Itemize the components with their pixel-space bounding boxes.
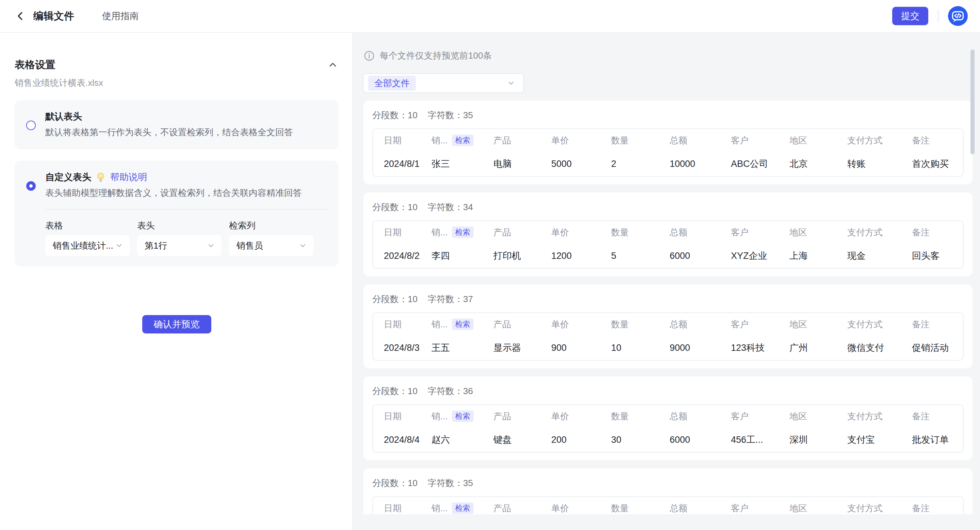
char-count-value: 35: [463, 478, 473, 488]
table-cell: 电脑: [493, 152, 551, 176]
page-title: 编辑文件: [33, 9, 74, 23]
top-bar: 编辑文件 使用指南 提交: [0, 0, 980, 33]
column-header: 备注: [912, 221, 963, 244]
column-header: 地区: [789, 129, 847, 152]
segment-count-value: 10: [408, 294, 417, 304]
header-row-select[interactable]: 第1行: [137, 235, 221, 256]
file-filter-select[interactable]: 全部文件: [363, 73, 524, 93]
table-cell: 赵六: [431, 428, 493, 452]
edit-file-page: 编辑文件 使用指南 提交 表格设置 销售业绩统计横表.xlsx: [0, 0, 980, 530]
index-column-select[interactable]: 销售员: [229, 235, 313, 256]
table-cell: 张三: [431, 152, 493, 176]
field-table: 表格 销售业绩统计...: [45, 220, 130, 256]
column-header: 单价: [551, 221, 611, 244]
chevron-down-icon: [506, 78, 516, 88]
help-link[interactable]: 帮助说明: [110, 171, 147, 183]
file-filter-tag[interactable]: 全部文件: [368, 76, 416, 91]
column-header: 总额: [670, 221, 731, 244]
confirm-preview-button[interactable]: 确认并预览: [142, 315, 211, 334]
submit-button[interactable]: 提交: [892, 7, 928, 25]
table-cell: 10: [611, 335, 670, 360]
table-data-row: 2024/8/2李四打印机120056000XYZ企业上海现金回头客: [373, 244, 963, 268]
topbar-divider: [938, 10, 939, 22]
table-settings-panel: 表格设置 销售业绩统计横表.xlsx 默认表头 默认将表格第一行作为表头，不设置…: [0, 33, 353, 530]
table-cell: 广州: [789, 335, 847, 360]
preview-panel: 每个文件仅支持预览前100条 全部文件 分段数：10 字符数：35 日期销...…: [353, 33, 980, 530]
scrollbar[interactable]: [970, 49, 975, 154]
column-header: 单价: [551, 129, 611, 152]
retrieval-badge: 检索: [452, 227, 474, 238]
table-header-row: 日期销...检索产品单价数量总额客户地区支付方式备注: [373, 129, 963, 152]
char-count-label: 字符数：: [428, 386, 463, 396]
field-index-column: 检索列 销售员: [229, 220, 313, 256]
table-cell: 支付宝: [847, 428, 912, 452]
segment-table: 日期销...检索产品单价数量总额客户地区支付方式备注 2024/8/4赵六键盘2…: [372, 404, 964, 453]
char-count-label: 字符数：: [428, 110, 463, 120]
radio-custom-header[interactable]: [26, 181, 36, 191]
segment-stats: 分段数：10 字符数：35: [372, 477, 964, 489]
column-header: 总额: [670, 313, 731, 335]
chevron-up-icon: [328, 60, 338, 70]
field-table-label: 表格: [45, 220, 130, 231]
retrieval-badge: 检索: [452, 503, 474, 514]
field-index-column-label: 检索列: [229, 220, 313, 231]
column-header: 总额: [670, 405, 731, 428]
chevron-down-icon: [298, 241, 307, 250]
chevron-left-icon: [14, 10, 27, 22]
file-name: 销售业绩统计横表.xlsx: [14, 77, 339, 89]
column-header: 客户: [731, 129, 789, 152]
table-cell: 回头客: [912, 244, 963, 268]
header-row-select-value: 第1行: [145, 240, 207, 252]
lightbulb-icon: [96, 172, 105, 182]
field-header-row-label: 表头: [137, 220, 221, 231]
table-cell: 批发订单: [912, 428, 963, 452]
segment-table: 日期销...检索产品单价数量总额客户地区支付方式备注 2024/8/2李四打印机…: [372, 220, 964, 269]
segment-count-label: 分段数：: [372, 478, 408, 488]
table-cell: 2024/8/2: [373, 244, 431, 268]
divider: [45, 209, 328, 210]
table-cell: 王五: [431, 335, 493, 360]
column-header: 数量: [611, 405, 670, 428]
table-cell: 30: [611, 428, 670, 452]
table-cell: 微信支付: [847, 335, 912, 360]
column-header: 数量: [611, 129, 670, 152]
usage-guide-link[interactable]: 使用指南: [102, 10, 139, 22]
collapse-button[interactable]: [327, 59, 339, 70]
table-select[interactable]: 销售业绩统计...: [45, 235, 130, 256]
column-header: 日期: [373, 129, 431, 152]
column-header: 客户: [731, 313, 789, 335]
chevron-down-icon: [115, 241, 124, 250]
index-column-select-value: 销售员: [237, 240, 298, 252]
char-count-label: 字符数：: [428, 202, 463, 212]
column-header: 总额: [670, 129, 731, 152]
table-cell: 5000: [551, 152, 611, 176]
table-cell: 200: [551, 428, 611, 452]
table-data-row: 2024/8/4赵六键盘200306000456工...深圳支付宝批发订单: [373, 428, 963, 452]
table-header-row: 日期销...检索产品单价数量总额客户地区支付方式备注: [373, 405, 963, 428]
table-data-row: 2024/8/1张三电脑5000210000ABC公司北京转账首次购买: [373, 152, 963, 176]
table-cell: 6000: [670, 428, 731, 452]
char-count-value: 36: [463, 386, 473, 396]
table-cell: 首次购买: [912, 152, 963, 176]
option-custom-header[interactable]: 自定义表头 帮助说明 表头辅助模型理解数据含义，设置检索列，结合关联内容精准回答…: [14, 161, 339, 267]
table-cell: 5: [611, 244, 670, 268]
segment-count-label: 分段数：: [372, 294, 408, 304]
back-button[interactable]: [14, 9, 27, 23]
table-cell: 900: [551, 335, 611, 360]
char-count-value: 37: [463, 294, 473, 304]
radio-default-header[interactable]: [26, 121, 36, 130]
table-cell: 2024/8/3: [373, 335, 431, 360]
table-cell: 456工...: [731, 428, 789, 452]
column-header: 支付方式: [847, 405, 912, 428]
column-header: 数量: [611, 313, 670, 335]
segment-count-label: 分段数：: [372, 110, 408, 120]
option-default-header[interactable]: 默认表头 默认将表格第一行作为表头，不设置检索列，结合表格全文回答: [14, 100, 339, 149]
column-header: 支付方式: [847, 129, 912, 152]
column-header: 产品: [493, 221, 551, 244]
table-cell: 9000: [670, 335, 731, 360]
bottom-mask: [354, 514, 980, 530]
preview-notice-text: 每个文件仅支持预览前100条: [380, 50, 492, 62]
app-logo-icon[interactable]: [948, 6, 968, 26]
preview-notice: 每个文件仅支持预览前100条: [364, 50, 980, 62]
column-header: 地区: [789, 221, 847, 244]
